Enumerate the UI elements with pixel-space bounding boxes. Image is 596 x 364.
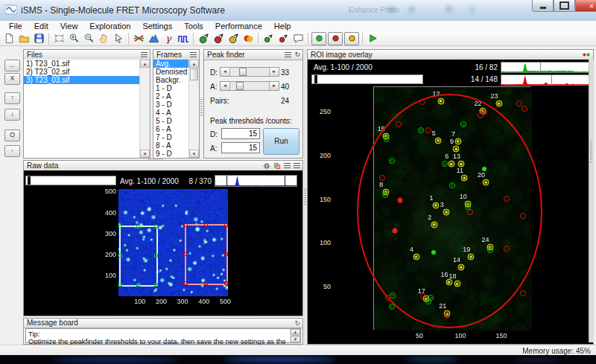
menu-item-tools[interactable]: Tools: [178, 22, 209, 31]
frame-item[interactable]: 5 - D: [153, 117, 189, 125]
slider-left-arrow[interactable]: ◄: [221, 68, 230, 76]
layout-icon[interactable]: [284, 163, 291, 168]
notes-bubble-button[interactable]: [291, 32, 305, 45]
reload-file-button[interactable]: O: [4, 130, 20, 141]
run-button[interactable]: Run: [263, 128, 299, 155]
green-peak-button[interactable]: [261, 32, 276, 45]
data-cursor-button[interactable]: [111, 32, 126, 45]
red-peak-button[interactable]: [276, 32, 291, 45]
menu-item-performance[interactable]: Performance: [209, 22, 268, 31]
frames-panel-header[interactable]: Frames: [153, 50, 199, 60]
roi-frame-slider[interactable]: [311, 74, 423, 84]
run-analysis-button[interactable]: [365, 32, 380, 45]
peak-finder-header[interactable]: Peak finder ↻: [204, 50, 302, 60]
roi-resize-handle[interactable]: [224, 252, 228, 256]
maximize-button[interactable]: [554, 0, 575, 12]
scroll-thumb[interactable]: [190, 68, 198, 80]
copy-overlay-icon[interactable]: [273, 162, 281, 170]
slider-handle[interactable]: [314, 75, 317, 83]
red-roi-rectangle[interactable]: [185, 224, 228, 285]
red-channel-toggle-button[interactable]: [328, 32, 343, 45]
minimize-button[interactable]: [532, 0, 554, 12]
right-edge-gripper[interactable]: [589, 60, 594, 342]
slider-thumb[interactable]: [236, 82, 244, 90]
roi-resize-handle[interactable]: [204, 223, 208, 227]
a-threshold-input[interactable]: [221, 142, 260, 153]
frames-scrollbar[interactable]: ▲ ▼: [188, 60, 199, 158]
scroll-up-icon[interactable]: ▲: [140, 60, 150, 68]
trace-steps-button[interactable]: [176, 32, 191, 45]
red-peak-ring[interactable]: [520, 290, 526, 296]
roi-resize-handle[interactable]: [154, 254, 158, 258]
red-peak-ring[interactable]: [522, 106, 527, 112]
histogram-peak-button[interactable]: [146, 32, 161, 45]
frame-item[interactable]: 6 - A: [153, 125, 189, 133]
histogram-threshold-handle[interactable]: [540, 63, 541, 72]
raw-image[interactable]: [118, 189, 228, 296]
raw-data-header[interactable]: Raw data: [24, 161, 302, 171]
save-button[interactable]: [31, 32, 46, 45]
panel-menu-icon[interactable]: [294, 163, 300, 168]
raw-frame-slider[interactable]: [25, 176, 116, 185]
a-slider[interactable]: ◄►: [220, 81, 279, 91]
frame-item[interactable]: 7 - D: [153, 133, 189, 141]
frame-item[interactable]: 3 - D: [153, 100, 189, 109]
histogram-threshold-handle[interactable]: [226, 176, 227, 186]
frame-item[interactable]: Backgr.: [153, 76, 189, 84]
move-file-up-button[interactable]: ↑: [4, 92, 20, 104]
roi-resize-handle[interactable]: [204, 281, 208, 285]
fret-pairs-button[interactable]: [131, 32, 146, 45]
roi-resize-handle[interactable]: [224, 223, 228, 227]
files-panel-header[interactable]: Files: [24, 50, 150, 60]
roi-resize-handle[interactable]: [136, 225, 140, 229]
scroll-up-icon[interactable]: ▲: [189, 60, 199, 68]
message-scrollbar[interactable]: ▲ ▼: [290, 329, 300, 342]
frame-item[interactable]: Denoised: [153, 68, 189, 76]
d-threshold-input[interactable]: [221, 128, 260, 139]
close-button[interactable]: ×: [575, 0, 596, 12]
collapse-button[interactable]: -: [4, 145, 20, 157]
roi-resize-handle[interactable]: [118, 283, 122, 287]
red-peak-ring[interactable]: [516, 100, 522, 106]
roi-resize-handle[interactable]: [184, 252, 188, 256]
file-item[interactable]: 3) T23_03.sif: [24, 76, 140, 84]
scroll-down-icon[interactable]: ▼: [189, 150, 199, 158]
menu-item-file[interactable]: File: [3, 22, 28, 31]
scroll-down-icon[interactable]: ▼: [140, 150, 150, 158]
roi-resize-handle[interactable]: [154, 225, 158, 229]
histogram-threshold-handle[interactable]: [285, 176, 285, 186]
panel-menu-icon[interactable]: [285, 52, 291, 57]
pan-hand-button[interactable]: [96, 32, 111, 45]
zoom-region-button[interactable]: [51, 32, 66, 45]
panel-menu-icon[interactable]: [141, 52, 148, 57]
frames-peakfinder-splitter[interactable]: [200, 99, 203, 117]
gamma-factor-button[interactable]: γ: [161, 32, 176, 45]
green-channel-histogram[interactable]: [501, 62, 593, 73]
zoom-in-button[interactable]: [66, 32, 81, 45]
d-slider[interactable]: ◄►: [220, 67, 279, 77]
menu-item-view[interactable]: View: [54, 22, 84, 31]
roi-resize-handle[interactable]: [184, 281, 188, 285]
move-file-down-button[interactable]: ↓: [4, 109, 20, 121]
frame-item[interactable]: 2 - A: [153, 92, 189, 100]
histogram-threshold-handle[interactable]: [551, 75, 552, 85]
main-splitter-grip[interactable]: [304, 188, 306, 206]
yellow-channel-toggle-button[interactable]: [344, 32, 359, 45]
roi-resize-handle[interactable]: [118, 225, 122, 229]
yellow-molecule-button[interactable]: [226, 32, 241, 45]
frame-item[interactable]: 8 - A: [153, 141, 189, 150]
overlapping-molecules-button[interactable]: [241, 32, 256, 45]
raw-intensity-histogram[interactable]: [215, 175, 297, 187]
frames-list[interactable]: Avg.DenoisedBackgr.1 - D2 - A3 - D4 - A5…: [153, 60, 189, 158]
scroll-up-icon[interactable]: ▲: [291, 329, 300, 335]
frame-item[interactable]: 4 - A: [153, 109, 189, 117]
slider-left-arrow[interactable]: ◄: [221, 82, 230, 90]
roi-resize-handle[interactable]: [136, 283, 140, 287]
open-folder-button[interactable]: [16, 32, 31, 45]
roi-resize-handle[interactable]: [118, 254, 122, 258]
green-channel-toggle-button[interactable]: [311, 32, 326, 45]
file-item[interactable]: 1) T23_01.sif: [24, 60, 140, 68]
file-item[interactable]: 2) T23_02.sif: [24, 68, 140, 76]
roi-resize-handle[interactable]: [224, 281, 228, 285]
files-list[interactable]: 1) T23_01.sif2) T23_02.sif3) T23_03.sif: [24, 60, 140, 158]
